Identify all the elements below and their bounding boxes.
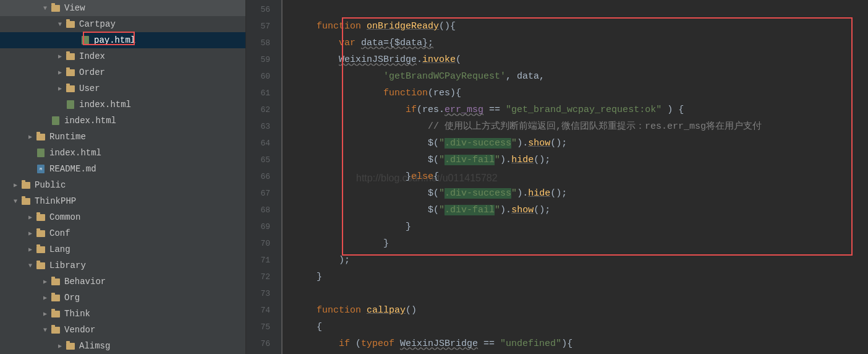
line-number: 73: [246, 285, 281, 302]
code-line[interactable]: $(".div-success").hide();: [294, 185, 868, 202]
tree-arrow-icon[interactable]: ▶: [26, 133, 35, 140]
project-tree-sidebar[interactable]: ▼View▼Cartpaypay.html▶Index▶Order▶Userin…: [0, 0, 246, 354]
code-line[interactable]: $(".div-fail").hide();: [294, 152, 868, 168]
tree-arrow-icon[interactable]: ▼: [11, 198, 20, 205]
tree-item-label: Alimsg: [79, 341, 110, 351]
tree-item-order[interactable]: ▶Order: [0, 64, 245, 80]
tree-item-view[interactable]: ▼View: [0, 0, 245, 16]
line-number: 66: [246, 168, 281, 185]
tree-arrow-icon[interactable]: ▶: [56, 342, 64, 350]
tree-arrow-icon[interactable]: ▶: [26, 246, 35, 253]
code-line[interactable]: // 使用以上方式判断前端返回,微信团队郑重提示：res.err_msg将在用户…: [294, 118, 868, 135]
tree-item-index-html[interactable]: index.html: [0, 97, 245, 113]
folder-icon: [66, 68, 75, 77]
tree-item-label: Common: [49, 212, 80, 222]
code-line[interactable]: if(res.err_msg == "get_brand_wcpay_reque…: [294, 101, 868, 118]
tree-arrow-icon[interactable]: ▼: [26, 262, 35, 269]
tree-arrow-icon[interactable]: ▼: [56, 21, 64, 28]
line-number: 70: [246, 235, 281, 252]
tree-item-label: View: [64, 3, 85, 13]
tree-item-pay-html[interactable]: pay.html: [0, 32, 245, 48]
code-line[interactable]: function onBridgeReady(){: [294, 18, 868, 35]
code-line[interactable]: );: [294, 252, 868, 269]
folder-icon: [36, 245, 46, 254]
tree-item-label: index.html: [64, 116, 116, 126]
code-line[interactable]: WeixinJSBridge.invoke(: [294, 51, 868, 68]
tree-item-conf[interactable]: ▶Conf: [0, 225, 245, 241]
tree-arrow-icon[interactable]: ▼: [41, 327, 49, 334]
tree-item-label: index.html: [49, 148, 101, 158]
tree-item-readme-md[interactable]: MREADME.md: [0, 161, 245, 177]
html-file-icon: [51, 116, 61, 125]
tree-item-index-html[interactable]: index.html: [0, 113, 245, 129]
code-line[interactable]: $(".div-fail").show();: [294, 202, 868, 218]
folder-icon: [21, 181, 31, 189]
tree-item-org[interactable]: ▶Org: [0, 290, 245, 306]
folder-icon: [66, 52, 75, 61]
tree-item-label: Org: [64, 293, 80, 303]
line-number: 75: [246, 319, 281, 335]
tree-arrow-icon[interactable]: ▶: [56, 69, 64, 76]
tree-item-library[interactable]: ▼Library: [0, 257, 245, 274]
code-area[interactable]: function onBridgeReady(){ var data={$dat…: [282, 0, 868, 354]
tree-item-behavior[interactable]: ▶Behavior: [0, 274, 245, 290]
code-line[interactable]: [294, 1, 868, 18]
line-number: 61: [246, 85, 281, 101]
line-number: 58: [246, 35, 281, 51]
tree-item-public[interactable]: ▶Public: [0, 177, 245, 193]
tree-arrow-icon[interactable]: ▶: [11, 181, 20, 189]
tree-item-vendor[interactable]: ▼Vendor: [0, 322, 245, 338]
tree-arrow-icon[interactable]: ▶: [26, 230, 35, 237]
code-line[interactable]: var data={$data};: [294, 35, 868, 51]
tree-arrow-icon[interactable]: ▶: [41, 294, 49, 301]
folder-icon: [36, 261, 46, 270]
folder-icon: [66, 342, 75, 350]
tree-item-think[interactable]: ▶Think: [0, 306, 245, 322]
line-number: 72: [246, 269, 281, 285]
tree-item-user[interactable]: ▶User: [0, 80, 245, 97]
tree-item-label: Cartpay: [79, 19, 116, 29]
tree-item-lang[interactable]: ▶Lang: [0, 241, 245, 257]
code-line[interactable]: $(".div-success").show();: [294, 135, 868, 152]
tree-arrow-icon[interactable]: ▶: [26, 214, 35, 221]
tree-item-label: Think: [64, 309, 90, 319]
code-line[interactable]: 'getBrandWCPayRequest', data,: [294, 68, 868, 85]
code-editor[interactable]: 5657585960616263646566676869707172737475…: [246, 0, 868, 354]
tree-item-label: Vendor: [64, 325, 95, 335]
line-number: 67: [246, 185, 281, 202]
tree-arrow-icon[interactable]: ▶: [56, 53, 64, 60]
tree-arrow-icon[interactable]: ▶: [41, 278, 49, 285]
md-file-icon: M: [36, 165, 46, 173]
tree-arrow-icon[interactable]: ▼: [41, 5, 49, 12]
tree-item-runtime[interactable]: ▶Runtime: [0, 129, 245, 145]
code-line[interactable]: }: [294, 218, 868, 235]
tree-item-label: Conf: [49, 228, 70, 238]
folder-icon: [36, 229, 46, 238]
folder-icon: [51, 4, 61, 12]
tree-item-thinkphp[interactable]: ▼ThinkPHP: [0, 193, 245, 209]
code-line[interactable]: }: [294, 235, 868, 252]
tree-item-cartpay[interactable]: ▼Cartpay: [0, 16, 245, 32]
code-line[interactable]: }else{: [294, 168, 868, 185]
code-line[interactable]: function callpay(): [294, 302, 868, 319]
code-line[interactable]: }: [294, 269, 868, 285]
folder-icon: [36, 132, 46, 141]
code-line[interactable]: {: [294, 319, 868, 335]
code-line[interactable]: function(res){: [294, 85, 868, 101]
code-line[interactable]: [294, 285, 868, 302]
tree-arrow-icon[interactable]: ▶: [56, 85, 64, 92]
code-line[interactable]: if (typeof WeixinJSBridge == "undefined"…: [294, 335, 868, 352]
line-number: 76: [246, 335, 281, 352]
tree-item-index[interactable]: ▶Index: [0, 48, 245, 64]
line-number: 59: [246, 51, 281, 68]
tree-item-common[interactable]: ▶Common: [0, 209, 245, 225]
line-number: 63: [246, 118, 281, 135]
tree-item-index-html[interactable]: index.html: [0, 145, 245, 161]
folder-icon: [21, 197, 31, 205]
folder-icon: [36, 213, 46, 222]
html-file-icon: [66, 100, 75, 109]
tree-item-alimsg[interactable]: ▶Alimsg: [0, 338, 245, 354]
line-number: 68: [246, 202, 281, 218]
line-number: 69: [246, 218, 281, 235]
tree-arrow-icon[interactable]: ▶: [41, 310, 49, 317]
